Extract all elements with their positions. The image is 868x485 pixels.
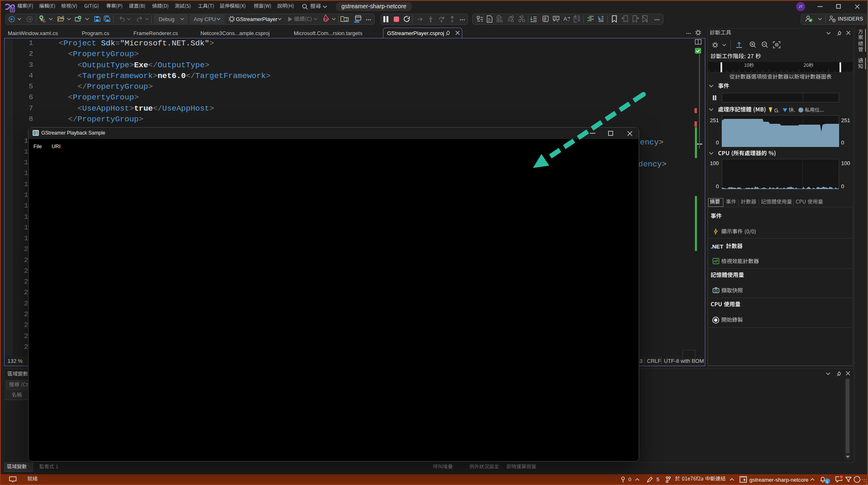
svg-text:@: @ [544,17,547,21]
svg-text:2: 2 [500,16,502,19]
svg-text:A: A [564,16,567,22]
